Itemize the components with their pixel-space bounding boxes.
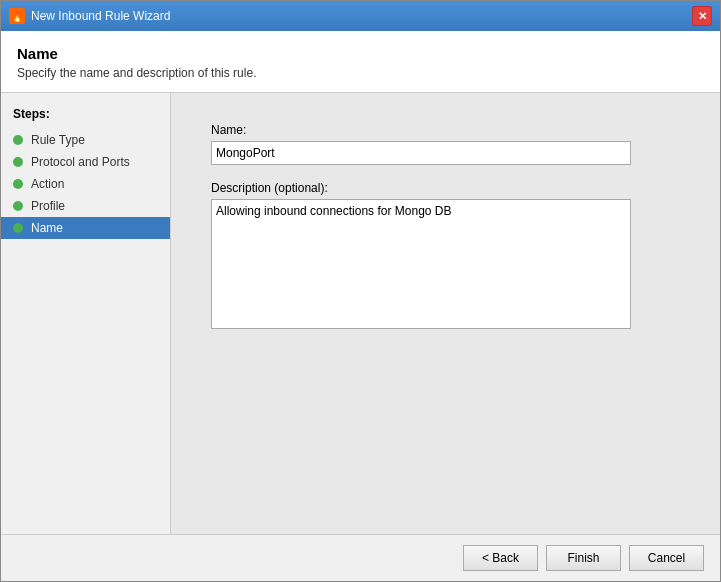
sidebar-item-label-action: Action — [31, 177, 64, 191]
sidebar-item-name[interactable]: Name — [1, 217, 170, 239]
cancel-button[interactable]: Cancel — [629, 545, 704, 571]
sidebar-item-label-profile: Profile — [31, 199, 65, 213]
step-dot-action — [13, 179, 23, 189]
sidebar-item-label-rule-type: Rule Type — [31, 133, 85, 147]
close-button[interactable]: ✕ — [692, 6, 712, 26]
content-area: Steps: Rule Type Protocol and Ports Acti… — [1, 93, 720, 534]
sidebar-item-profile[interactable]: Profile — [1, 195, 170, 217]
window-title: New Inbound Rule Wizard — [31, 9, 170, 23]
app-icon: 🔥 — [9, 8, 25, 24]
name-label: Name: — [211, 123, 680, 137]
main-window: 🔥 New Inbound Rule Wizard ✕ Name Specify… — [0, 0, 721, 582]
sidebar-item-action[interactable]: Action — [1, 173, 170, 195]
main-panel: Name: Description (optional): — [171, 93, 720, 534]
sidebar-item-label-name: Name — [31, 221, 63, 235]
page-subtitle: Specify the name and description of this… — [17, 66, 704, 80]
footer: < Back Finish Cancel — [1, 534, 720, 581]
title-bar: 🔥 New Inbound Rule Wizard ✕ — [1, 1, 720, 31]
description-textarea[interactable] — [211, 199, 631, 329]
description-form-group: Description (optional): — [211, 181, 680, 332]
sidebar-item-label-protocol-ports: Protocol and Ports — [31, 155, 130, 169]
header-section: Name Specify the name and description of… — [1, 31, 720, 93]
sidebar: Steps: Rule Type Protocol and Ports Acti… — [1, 93, 171, 534]
description-label: Description (optional): — [211, 181, 680, 195]
steps-label: Steps: — [1, 103, 170, 129]
sidebar-item-rule-type[interactable]: Rule Type — [1, 129, 170, 151]
page-title: Name — [17, 45, 704, 62]
step-dot-rule-type — [13, 135, 23, 145]
step-dot-name — [13, 223, 23, 233]
name-input[interactable] — [211, 141, 631, 165]
step-dot-protocol-ports — [13, 157, 23, 167]
back-button[interactable]: < Back — [463, 545, 538, 571]
sidebar-item-protocol-ports[interactable]: Protocol and Ports — [1, 151, 170, 173]
step-dot-profile — [13, 201, 23, 211]
title-bar-left: 🔥 New Inbound Rule Wizard — [9, 8, 170, 24]
finish-button[interactable]: Finish — [546, 545, 621, 571]
name-form-group: Name: — [211, 123, 680, 165]
